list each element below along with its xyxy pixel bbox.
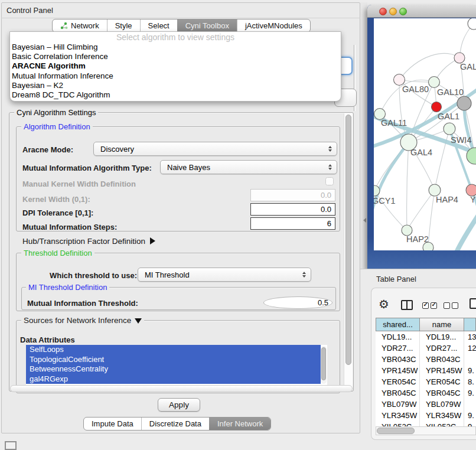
control-panel-title: Control Panel: [1, 6, 53, 15]
network-canvas[interactable]: GALGAL80GAL10GAL1GAL11SWI4GAL4GCY1HAP4YH…: [374, 18, 476, 250]
dropdown-item-mutual-information-inference[interactable]: Mutual Information Inference: [10, 71, 341, 81]
dropdown-item-basic-correlation-inference[interactable]: Basic Correlation Inference: [10, 52, 341, 61]
tab-cyni-toolbox[interactable]: Cyni Toolbox: [177, 19, 237, 32]
hub-definition-label: Hub/Transcription Factor Definition: [22, 237, 145, 246]
list-item[interactable]: TopologicalCoefficient: [26, 355, 321, 365]
close-traffic-light-icon[interactable]: [379, 8, 387, 15]
mi-threshold-field[interactable]: 0.5: [263, 296, 332, 309]
network-window-titlebar[interactable]: [367, 5, 476, 18]
network-node[interactable]: [468, 18, 476, 30]
sources-legend-toggle[interactable]: Sources for Network Inference: [21, 316, 144, 325]
algorithm-dropdown-items: Bayesian – Hill ClimbingBasic Correlatio…: [10, 43, 341, 100]
table-horizontal-scrollbar-thumb[interactable]: [377, 428, 415, 434]
page-icon[interactable]: [470, 298, 476, 309]
columns-icon[interactable]: [401, 300, 413, 310]
manual-kernel-label: Manual Kernel Width Definition: [22, 180, 136, 188]
stepper-arrows-icon: [326, 146, 334, 152]
algorithm-dropdown-placeholder: Select algorithm to view settings: [10, 32, 341, 43]
checked-pair-icon[interactable]: [422, 302, 437, 309]
table-row[interactable]: YER054CYER054C8.: [376, 376, 476, 387]
network-node-gal1[interactable]: [432, 102, 442, 112]
settings-scrollbar[interactable]: [344, 113, 353, 390]
table-cell: 9.: [464, 365, 476, 376]
table-cell: YBR043C: [376, 354, 420, 365]
table-cell: YBL079W: [420, 399, 464, 410]
table-cell: YLR345W: [376, 410, 420, 421]
hub-definition-toggle[interactable]: Hub/Transcription Factor Definition: [22, 237, 155, 246]
column-header[interactable]: name: [420, 318, 464, 331]
dpi-tolerance-field[interactable]: 0.0: [250, 203, 335, 216]
table-cell: YER054C: [420, 376, 464, 387]
mi-type-value: Naive Bayes: [167, 163, 210, 172]
tab-discretize-data[interactable]: Discretize Data: [141, 418, 209, 430]
table-row[interactable]: YDL19...YDL19...13: [376, 331, 476, 343]
tab-infer-network[interactable]: Infer Network: [209, 418, 270, 430]
settings-horizontal-scrollbar[interactable]: [10, 385, 353, 392]
list-item[interactable]: gal4RGexp: [26, 374, 321, 384]
tab-select[interactable]: Select: [140, 19, 177, 32]
tab-label: Select: [148, 21, 169, 30]
control-panel-tabs: NetworkStyleSelectCyni ToolboxjActiveMNo…: [52, 19, 311, 32]
gear-icon[interactable]: ⚙: [379, 298, 389, 310]
table-row[interactable]: YLR345WYLR345W9.: [376, 410, 476, 421]
tab-impute-data[interactable]: Impute Data: [84, 418, 141, 430]
node-label: GAL10: [437, 87, 464, 97]
which-threshold-combobox[interactable]: MI Threshold: [138, 268, 311, 282]
manual-kernel-checkbox[interactable]: [325, 177, 334, 185]
zoom-traffic-light-icon[interactable]: [399, 8, 407, 15]
network-node-hap4[interactable]: [429, 184, 441, 196]
table-row[interactable]: YBR045CYBR045C9.: [376, 387, 476, 399]
data-attributes-list[interactable]: SelfLoopsTopologicalCoefficientBetweenne…: [26, 345, 327, 385]
aracne-mode-combobox[interactable]: Discovery: [93, 142, 337, 156]
list-item[interactable]: SelfLoops: [26, 345, 321, 355]
column-header[interactable]: shared...: [376, 318, 420, 331]
node-label: GAL11: [381, 118, 407, 128]
network-node[interactable]: [457, 96, 471, 110]
kernel-width-label: Kernel Width (0,1):: [22, 195, 90, 204]
mi-threshold-legend: MI Threshold Definition: [26, 283, 109, 292]
tab-label: Style: [115, 21, 132, 30]
tab-jactivemnodules[interactable]: jActiveMNodules: [237, 19, 310, 32]
data-attributes-label: Data Attributes: [20, 335, 75, 344]
splitter-collapse-icon[interactable]: [363, 218, 366, 223]
settings-scrollbar-thumb[interactable]: [345, 115, 351, 365]
minimized-panel-icon[interactable]: [5, 441, 17, 450]
dropdown-item-bayesian-hill-climbing[interactable]: Bayesian – Hill Climbing: [10, 43, 341, 52]
table-row[interactable]: YIL052CYIL052C9.: [376, 421, 476, 426]
table-row[interactable]: YBL079WYBL079W: [376, 399, 476, 410]
dropdown-item-dream8-dc-tdc-algorithm[interactable]: Dream8 DC_TDC Algorithm: [10, 90, 341, 100]
node-label: GAL80: [402, 84, 429, 94]
table-row[interactable]: YPR145WYPR145W9.: [376, 365, 476, 376]
which-threshold-label: Which threshold to use:: [50, 271, 137, 280]
minimize-traffic-light-icon[interactable]: [389, 8, 397, 15]
node-label: GCY1: [374, 196, 396, 206]
which-threshold-value: MI Threshold: [145, 270, 190, 279]
table-row[interactable]: YDR27...YDR27...12: [376, 343, 476, 354]
table-cell: 12: [464, 343, 476, 354]
mi-type-combobox[interactable]: Naive Bayes: [160, 160, 337, 174]
column-header[interactable]: [464, 318, 476, 331]
unchecked-pair-icon[interactable]: [444, 302, 458, 309]
kernel-width-field[interactable]: 0.0: [250, 189, 335, 201]
dpi-tolerance-label: DPI Tolerance [0,1]:: [22, 208, 93, 217]
tab-network[interactable]: Network: [53, 19, 107, 32]
table-row[interactable]: YBR043CYBR043C: [376, 354, 476, 365]
apply-button[interactable]: Apply: [158, 398, 200, 412]
threshold-definition-legend: Threshold Definition: [21, 249, 94, 257]
network-node-gal80[interactable]: [394, 74, 405, 86]
tab-label: Discretize Data: [149, 419, 201, 428]
table-header-row: shared...name: [376, 318, 476, 331]
attributes-scrollbar-thumb[interactable]: [321, 347, 326, 380]
app-root: Control Panel ✕ NetworkStyleSelectCyni T…: [0, 0, 476, 450]
list-item[interactable]: BetweennessCentrality: [26, 364, 321, 374]
table-cell: YPR145W: [420, 365, 464, 376]
network-node-y[interactable]: [466, 184, 476, 196]
dropdown-item-bayesian-k2[interactable]: Bayesian – K2: [10, 81, 341, 90]
tab-style[interactable]: Style: [107, 19, 140, 32]
network-node-gal10[interactable]: [429, 77, 440, 88]
mi-steps-field[interactable]: 6: [250, 217, 335, 230]
network-node-swi4[interactable]: [444, 123, 455, 135]
table-cell: YDL19...: [376, 331, 420, 343]
dropdown-item-aracne-algorithm[interactable]: ARACNE Algorithm: [10, 61, 341, 71]
network-view-window[interactable]: GALGAL80GAL10GAL1GAL11SWI4GAL4GCY1HAP4YH…: [367, 5, 476, 269]
